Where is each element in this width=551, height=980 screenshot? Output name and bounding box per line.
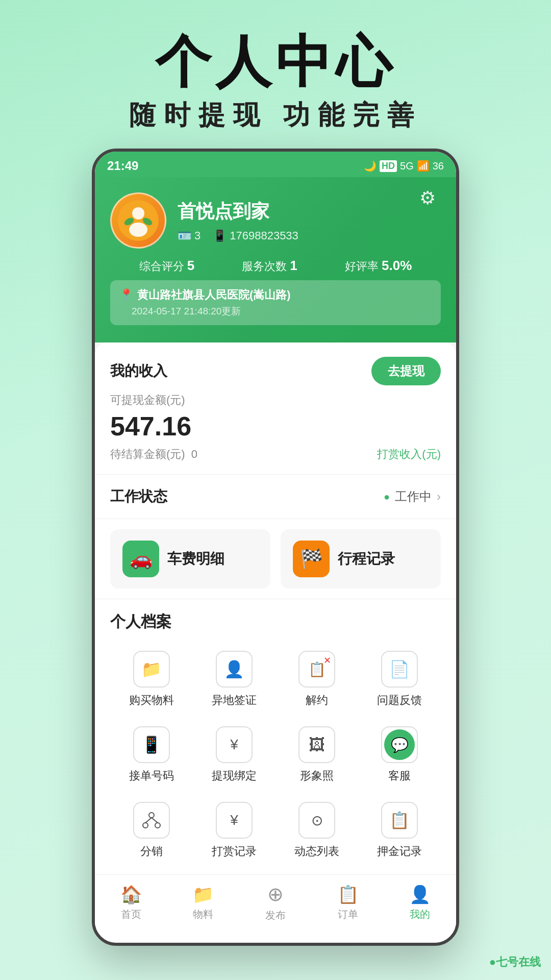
status-bar: 21:49 🌙 HD 5G 📶 36 [95, 152, 456, 177]
watermark: ●七号在线 [489, 954, 541, 970]
available-amount: 547.16 [110, 411, 441, 442]
order-phone-label: 接单号码 [129, 768, 174, 783]
battery-level: 36 [433, 160, 444, 172]
nav-orders[interactable]: 📋 订单 [312, 884, 384, 921]
status-icons: 🌙 HD 5G 📶 36 [364, 160, 444, 172]
work-status-right: ● 工作中 › [384, 488, 441, 505]
deposit-record-icon: 📋 [381, 802, 418, 839]
mine-nav-icon: 👤 [409, 884, 431, 904]
profile-row: 首悦点到家 🪪 3 📱 17698823533 [110, 192, 441, 249]
item-reward-record[interactable]: ¥ 打赏记录 [193, 794, 276, 869]
pending-value: 0 [191, 448, 197, 460]
settings-icon[interactable]: ⚙ [419, 187, 442, 210]
score-value: 5 [187, 258, 194, 274]
personal-files-title: 个人档案 [110, 611, 441, 632]
trip-record-icon: 🏁 [293, 541, 330, 577]
svg-line-9 [152, 818, 158, 823]
rate-label: 好评率 [345, 259, 379, 274]
work-status-label: 工作状态 [110, 487, 167, 506]
profile-photo-label: 形象照 [300, 768, 334, 783]
headline-area: 个人中心 随时提现 功能完善 [0, 0, 551, 149]
green-header: ⚙ 首悦点到家 [95, 177, 456, 342]
reward-link[interactable]: 打赏收入(元) [377, 447, 441, 462]
location-bar: 📍 黄山路社旗县人民医院(嵩山路) 2024-05-17 21:48:20更新 [110, 280, 441, 325]
service-value: 1 [290, 258, 297, 274]
phone-icon: 📱 [213, 229, 227, 242]
withdraw-button[interactable]: 去提现 [371, 357, 441, 385]
item-deposit-record[interactable]: 📋 押金记录 [358, 794, 441, 869]
profile-info: 首悦点到家 🪪 3 📱 17698823533 [178, 199, 441, 242]
reward-record-label: 打赏记录 [212, 844, 257, 859]
distribution-label: 分销 [140, 844, 163, 859]
item-profile-photo[interactable]: 🖼 形象照 [276, 718, 358, 794]
personal-files-grid: 📁 购买物料 👤 异地签证 📋 ✕ 解约 📄 问题反馈 [110, 643, 441, 869]
avatar[interactable] [110, 192, 166, 249]
svg-line-8 [145, 818, 152, 823]
buy-materials-icon: 📁 [133, 651, 170, 688]
card-area: 我的收入 去提现 可提现金额(元) 547.16 待结算金额(元) 0 打赏收入… [95, 342, 456, 943]
phone-value: 17698823533 [230, 229, 298, 242]
quick-actions: 🚗 车费明细 🏁 行程记录 [95, 519, 456, 599]
orders-nav-label: 订单 [338, 908, 358, 921]
location-update-time: 2024-05-17 21:48:20更新 [119, 305, 432, 318]
mine-nav-label: 我的 [410, 908, 430, 921]
distribution-icon [133, 802, 170, 839]
cancel-contract-icon: 📋 ✕ [298, 651, 335, 688]
wifi-icon: 📶 [417, 160, 430, 172]
orders-nav-icon: 📋 [337, 884, 359, 904]
service-label: 服务次数 [242, 259, 287, 274]
svg-point-7 [155, 823, 160, 828]
income-section: 我的收入 去提现 可提现金额(元) 547.16 待结算金额(元) 0 打赏收入… [95, 342, 456, 475]
dynamic-list-icon: ⊙ [298, 802, 335, 839]
nav-materials[interactable]: 📁 物料 [167, 884, 240, 921]
nav-home[interactable]: 🏠 首页 [95, 884, 167, 921]
location-icon: 📍 [119, 288, 133, 302]
income-header: 我的收入 去提现 [110, 357, 441, 385]
more-label: 客服 [388, 768, 411, 783]
id-icon: 🪪 [178, 229, 191, 242]
work-status-value: 工作中 [395, 488, 432, 505]
profile-meta: 🪪 3 📱 17698823533 [178, 229, 441, 242]
income-footer: 待结算金额(元) 0 打赏收入(元) [110, 447, 441, 462]
personal-section: 个人档案 📁 购买物料 👤 异地签证 📋 ✕ 解约 [95, 599, 456, 869]
profile-name: 首悦点到家 [178, 199, 441, 224]
item-more[interactable]: 💬 客服 [358, 718, 441, 794]
bind-withdraw-label: 提现绑定 [212, 768, 257, 783]
available-label: 可提现金额(元) [110, 393, 441, 408]
car-expense-label: 车费明细 [167, 549, 224, 569]
dynamic-list-label: 动态列表 [294, 844, 339, 859]
item-bind-withdraw[interactable]: ¥ 提现绑定 [193, 718, 276, 794]
reward-record-icon: ¥ [216, 802, 253, 839]
deposit-record-label: 押金记录 [377, 844, 422, 859]
item-feedback[interactable]: 📄 问题反馈 [358, 643, 441, 718]
quick-btn-car-expense[interactable]: 🚗 车费明细 [110, 529, 270, 589]
item-offsite-checkin[interactable]: 👤 异地签证 [193, 643, 276, 718]
nav-publish[interactable]: ⊕ 发布 [239, 883, 312, 922]
home-nav-icon: 🏠 [120, 884, 142, 904]
stats-row: 综合评分 5 服务次数 1 好评率 5.0% [110, 249, 441, 280]
item-dynamic-list[interactable]: ⊙ 动态列表 [276, 794, 358, 869]
bottom-nav: 🏠 首页 📁 物料 ⊕ 发布 📋 订单 👤 我的 [95, 874, 456, 933]
svg-point-5 [149, 813, 154, 818]
work-status-section[interactable]: 工作状态 ● 工作中 › [95, 475, 456, 519]
svg-point-1 [132, 207, 144, 219]
feedback-icon: 📄 [381, 651, 418, 688]
cancel-contract-label: 解约 [306, 693, 328, 708]
materials-nav-icon: 📁 [192, 884, 214, 904]
materials-nav-label: 物料 [193, 908, 213, 921]
location-address: 📍 黄山路社旗县人民医院(嵩山路) [119, 287, 432, 303]
pending-text: 待结算金额(元) 0 [110, 447, 197, 462]
score-label: 综合评分 [139, 259, 184, 274]
item-distribution[interactable]: 分销 [110, 794, 193, 869]
nav-mine[interactable]: 👤 我的 [384, 884, 456, 921]
item-cancel-contract[interactable]: 📋 ✕ 解约 [276, 643, 358, 718]
service-stat: 服务次数 1 [242, 258, 297, 274]
headline-main: 个人中心 [0, 31, 551, 92]
svg-point-2 [129, 223, 147, 237]
rate-stat: 好评率 5.0% [345, 258, 412, 274]
bind-withdraw-icon: ¥ [216, 726, 253, 763]
quick-btn-trip-record[interactable]: 🏁 行程记录 [281, 529, 441, 589]
item-order-phone[interactable]: 📱 接单号码 [110, 718, 193, 794]
more-icon: 💬 [381, 726, 418, 763]
item-buy-materials[interactable]: 📁 购买物料 [110, 643, 193, 718]
